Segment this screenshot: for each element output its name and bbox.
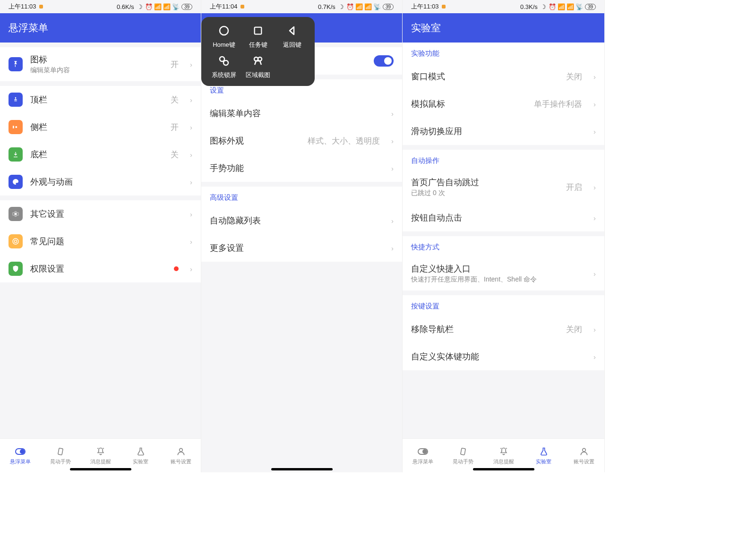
popup-tasks[interactable]: 任务键 <box>242 24 274 49</box>
shake-icon <box>458 446 468 457</box>
popup-screenshot[interactable]: 区域截图 <box>242 54 274 79</box>
nav-label: 悬浮菜单 <box>412 458 433 465</box>
nav-lab[interactable]: 实验室 <box>524 439 564 472</box>
status-bar: 上午11:03 0.6K/s ☽ ⏰ 📶 📶 📡 39 <box>0 0 201 13</box>
task-key-icon <box>251 24 265 38</box>
wifi-icon: 📡 <box>172 3 179 10</box>
wifi-icon: 📡 <box>576 3 583 10</box>
chevron-right-icon: › <box>593 183 596 191</box>
battery-icon: 39 <box>181 4 192 10</box>
item-title: 图标 <box>30 54 163 65</box>
item-title: 移除导航栏 <box>411 324 558 335</box>
nav-label: 晃动手势 <box>453 458 473 465</box>
item-icon[interactable]: 图标 编辑菜单内容 开 › <box>0 47 201 81</box>
toggle-switch[interactable] <box>374 55 394 67</box>
item-icon-appearance[interactable]: 图标外观 样式、大小、透明度 › <box>201 127 402 154</box>
nav-gesture[interactable]: 晃动手势 <box>443 439 483 472</box>
item-appearance[interactable]: 外观与动画 › <box>0 168 201 196</box>
item-gesture-function[interactable]: 手势功能 › <box>201 154 402 182</box>
recording-icon <box>39 5 43 9</box>
item-title: 滑动切换应用 <box>411 126 582 137</box>
nav-lab[interactable]: 实验室 <box>120 439 161 472</box>
item-permissions[interactable]: 权限设置 › <box>0 255 201 282</box>
item-swipe-switch[interactable]: 滑动切换应用 › <box>403 118 604 145</box>
alarm-icon: ⏰ <box>146 3 152 10</box>
popup-label: Home键 <box>213 41 235 49</box>
popup-back[interactable]: 返回键 <box>276 24 308 49</box>
item-title: 首页广告自动跳过 <box>411 177 558 188</box>
shield-icon <box>9 262 23 276</box>
svg-point-12 <box>220 57 224 61</box>
chevron-right-icon: › <box>391 137 394 145</box>
signal-icon: 📶 <box>365 3 371 10</box>
pin-icon <box>9 57 23 71</box>
signal-icon: 📶 <box>567 3 574 10</box>
item-auto-hide[interactable]: 自动隐藏列表 › <box>201 207 402 234</box>
item-auto-click[interactable]: 按钮自动点击 › <box>403 204 604 231</box>
nav-label: 消息提醒 <box>493 458 514 465</box>
item-title: 侧栏 <box>30 121 163 133</box>
floating-popup[interactable]: Home键 任务键 返回键 系统锁屏 区域截图 <box>201 17 315 86</box>
chevron-right-icon: › <box>593 100 596 108</box>
chevron-right-icon: › <box>391 217 394 225</box>
item-window-mode[interactable]: 窗口模式 关闭 › <box>403 63 604 90</box>
section-label-advanced: 高级设置 <box>201 187 402 207</box>
back-key-icon <box>285 24 299 38</box>
svg-point-13 <box>223 60 228 65</box>
topbar-icon <box>9 93 23 107</box>
item-faq[interactable]: 常见问题 › <box>0 228 201 255</box>
popup-home[interactable]: Home键 <box>208 24 240 49</box>
svg-point-9 <box>179 448 182 452</box>
signal-icon: 📶 <box>558 3 565 10</box>
item-more-settings[interactable]: 更多设置 › <box>201 234 402 262</box>
nav-notify[interactable]: 消息提醒 <box>483 439 524 472</box>
item-value: 单手操作利器 <box>534 99 582 110</box>
home-indicator <box>70 468 131 470</box>
item-title: 编辑菜单内容 <box>210 108 380 119</box>
nav-label: 晃动手势 <box>50 458 71 465</box>
svg-point-19 <box>583 448 586 452</box>
svg-point-17 <box>423 450 427 453</box>
item-sidebar[interactable]: 侧栏 开 › <box>0 113 201 141</box>
bottom-nav: 悬浮菜单 晃动手势 消息提醒 实验室 账号设置 <box>0 438 201 472</box>
svg-point-4 <box>13 239 18 244</box>
svg-point-2 <box>15 126 17 128</box>
item-bottombar[interactable]: 底栏 关 › <box>0 141 201 168</box>
nav-floating-menu[interactable]: 悬浮菜单 <box>0 439 40 472</box>
section-label-keys: 按键设置 <box>403 295 604 316</box>
item-topbar[interactable]: 顶栏 关 › <box>0 86 201 113</box>
dnd-icon: ☽ <box>338 3 344 10</box>
item-remove-navbar[interactable]: 移除导航栏 关闭 › <box>403 316 604 343</box>
item-custom-shortcut[interactable]: 自定义快捷入口 快速打开任意应用界面、Intent、Shell 命令 › <box>403 256 604 290</box>
dnd-icon: ☽ <box>137 3 143 10</box>
chevron-right-icon: › <box>593 73 596 81</box>
nav-account[interactable]: 账号设置 <box>564 439 604 472</box>
popup-lock[interactable]: 系统锁屏 <box>208 54 240 79</box>
screen-icon-settings: 上午11:04 0.7K/s ☽ ⏰ 📶 📶 📡 39 ← 图标 Home键 任… <box>201 0 403 472</box>
chevron-right-icon: › <box>593 270 596 278</box>
item-title: 顶栏 <box>30 94 163 105</box>
item-other-settings[interactable]: 其它设置 › <box>0 200 201 228</box>
item-mouse-sim[interactable]: 模拟鼠标 单手操作利器 › <box>403 90 604 118</box>
nav-floating-menu[interactable]: 悬浮菜单 <box>403 439 443 472</box>
nav-gesture[interactable]: 晃动手势 <box>40 439 80 472</box>
gear-icon <box>9 207 23 221</box>
nav-notify[interactable]: 消息提醒 <box>80 439 120 472</box>
nav-label: 实验室 <box>536 458 551 465</box>
svg-rect-18 <box>461 448 466 455</box>
item-custom-key[interactable]: 自定义实体键功能 › <box>403 343 604 370</box>
chevron-right-icon: › <box>593 214 596 222</box>
chevron-right-icon: › <box>190 265 192 273</box>
toggle-icon <box>418 446 428 457</box>
chevron-right-icon: › <box>190 123 192 131</box>
screenshot-icon <box>251 54 265 68</box>
item-ad-skip[interactable]: 首页广告自动跳过 已跳过 0 次 开启 › <box>403 170 604 204</box>
bottombar-icon <box>9 147 23 162</box>
item-edit-menu[interactable]: 编辑菜单内容 › <box>201 100 402 127</box>
chevron-right-icon: › <box>190 238 192 246</box>
bell-icon <box>95 446 106 457</box>
item-subtitle: 快速打开任意应用界面、Intent、Shell 命令 <box>411 275 582 284</box>
nav-account[interactable]: 账号设置 <box>161 439 201 472</box>
item-value: 开 <box>171 122 179 133</box>
signal-icon: 📶 <box>155 3 161 10</box>
